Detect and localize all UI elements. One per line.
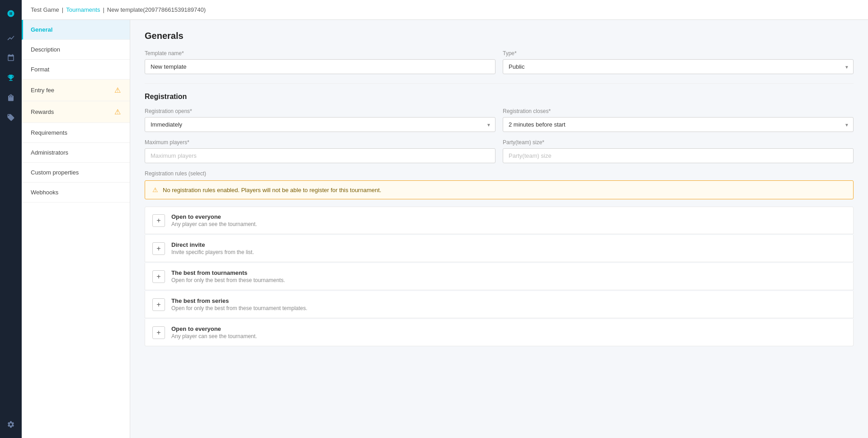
rule-info-open-everyone-2: Open to everyone Any player can see the …: [171, 325, 257, 339]
sidebar-label-general: General: [31, 26, 52, 33]
sidebar-label-description: Description: [31, 46, 60, 53]
sidebar-item-rewards[interactable]: Rewards ⚠: [22, 101, 130, 123]
party-size-label: Party(team) size*: [503, 139, 854, 146]
rule-desc-direct-invite: Invite specific players from the list.: [171, 249, 254, 255]
sidebar-label-requirements: Requirements: [31, 129, 67, 136]
rule-desc-open-everyone-2: Any player can see the tournament.: [171, 333, 257, 339]
sidebar-label-administrators: Administrators: [31, 149, 68, 156]
sidebar-item-custom-properties[interactable]: Custom properties: [22, 163, 130, 183]
rule-add-btn-open-everyone-1[interactable]: +: [152, 214, 165, 227]
generals-row-1: Template name* Type* Public Private Invi…: [145, 50, 854, 74]
party-size-group: Party(team) size*: [503, 139, 854, 163]
sidebar-label-custom-properties: Custom properties: [31, 169, 79, 176]
rule-add-btn-open-everyone-2[interactable]: +: [152, 326, 165, 339]
registration-opens-row: Registration opens* Immediately 1 hour b…: [145, 108, 854, 132]
breadcrumb-sep2: |: [103, 6, 104, 13]
rule-title-best-series: The best from series: [171, 297, 307, 304]
rule-title-direct-invite: Direct invite: [171, 241, 254, 248]
sidebar-label-webhooks: Webhooks: [31, 189, 58, 196]
reg-closes-label: Registration closes*: [503, 108, 854, 114]
nav-tag[interactable]: [2, 108, 20, 127]
logo: [2, 5, 20, 23]
rule-add-btn-best-tournaments[interactable]: +: [152, 270, 165, 283]
breadcrumb-tournaments[interactable]: Tournaments: [66, 6, 100, 13]
rule-item-best-tournaments: + The best from tournaments Open for onl…: [145, 263, 854, 290]
main-wrapper: Test Game | Tournaments | New template(2…: [22, 0, 868, 438]
sidebar-label-entry-fee: Entry fee: [31, 87, 54, 94]
divider-1: [145, 83, 854, 84]
sidebar-item-description[interactable]: Description: [22, 40, 130, 60]
warning-banner-icon: ⚠: [152, 186, 158, 193]
reg-opens-group: Registration opens* Immediately 1 hour b…: [145, 108, 495, 132]
sidebar-item-administrators[interactable]: Administrators: [22, 143, 130, 163]
generals-heading: Generals: [145, 31, 854, 41]
rule-desc-best-tournaments: Open for only the best from these tourna…: [171, 277, 285, 283]
reg-opens-label: Registration opens*: [145, 108, 495, 114]
registration-heading: Registration: [145, 93, 854, 101]
reg-opens-select-wrapper: Immediately 1 hour before start 24 hours…: [145, 117, 495, 132]
rule-title-best-tournaments: The best from tournaments: [171, 269, 285, 276]
rule-item-open-everyone-1: + Open to everyone Any player can see th…: [145, 207, 854, 234]
template-name-group: Template name*: [145, 50, 495, 74]
reg-closes-group: Registration closes* 2 minutes before st…: [503, 108, 854, 132]
no-rules-warning: ⚠ No registration rules enabled. Players…: [145, 180, 854, 199]
breadcrumb-sep1: |: [62, 6, 63, 13]
reg-rules-label: Registration rules (select): [145, 170, 854, 177]
rule-info-direct-invite: Direct invite Invite specific players fr…: [171, 241, 254, 255]
nav-analytics[interactable]: [2, 29, 20, 47]
nav-tournaments[interactable]: [2, 69, 20, 87]
reg-closes-select-wrapper: 2 minutes before start 5 minutes before …: [503, 117, 854, 132]
reg-opens-select[interactable]: Immediately 1 hour before start 24 hours…: [145, 117, 495, 132]
nav-settings[interactable]: [2, 415, 20, 433]
max-players-group: Maximum players*: [145, 139, 495, 163]
type-group: Type* Public Private Invite only: [503, 50, 854, 74]
sidebar-item-entry-fee[interactable]: Entry fee ⚠: [22, 80, 130, 101]
players-row: Maximum players* Party(team) size*: [145, 139, 854, 163]
warning-banner-text: No registration rules enabled. Players w…: [163, 187, 381, 193]
reg-closes-select[interactable]: 2 minutes before start 5 minutes before …: [503, 117, 854, 132]
sidebar-label-rewards: Rewards: [31, 108, 54, 115]
warning-icon-rewards: ⚠: [114, 108, 121, 116]
breadcrumb-game: Test Game: [31, 6, 59, 13]
template-name-input[interactable]: [145, 59, 495, 74]
rule-desc-best-series: Open for only the best from these tourna…: [171, 305, 307, 311]
rule-info-best-tournaments: The best from tournaments Open for only …: [171, 269, 285, 283]
rule-list: + Open to everyone Any player can see th…: [145, 207, 854, 346]
icon-nav: [0, 0, 22, 438]
warning-icon-entry-fee: ⚠: [114, 86, 121, 94]
template-name-label: Template name*: [145, 50, 495, 57]
max-players-input[interactable]: [145, 148, 495, 163]
rule-add-btn-direct-invite[interactable]: +: [152, 242, 165, 255]
main-panel: Generals Template name* Type* Public Pri…: [130, 20, 868, 438]
sidebar-item-requirements[interactable]: Requirements: [22, 123, 130, 143]
rule-add-btn-best-series[interactable]: +: [152, 298, 165, 311]
sidebar-item-format[interactable]: Format: [22, 60, 130, 80]
rule-title-open-everyone-1: Open to everyone: [171, 213, 257, 220]
sidebar-label-format: Format: [31, 66, 49, 73]
rule-item-best-series: + The best from series Open for only the…: [145, 291, 854, 318]
topbar: Test Game | Tournaments | New template(2…: [22, 0, 868, 20]
max-players-label: Maximum players*: [145, 139, 495, 146]
nav-shop[interactable]: [2, 89, 20, 107]
type-select[interactable]: Public Private Invite only: [503, 59, 854, 74]
rule-title-open-everyone-2: Open to everyone: [171, 325, 257, 332]
rule-item-direct-invite: + Direct invite Invite specific players …: [145, 235, 854, 262]
content-area: General Description Format Entry fee ⚠ R…: [22, 20, 868, 438]
breadcrumb-current: New template(209778661539189740): [107, 6, 206, 13]
nav-calendar[interactable]: [2, 49, 20, 67]
rule-info-best-series: The best from series Open for only the b…: [171, 297, 307, 311]
sidebar-item-general[interactable]: General: [22, 20, 130, 40]
type-select-wrapper: Public Private Invite only: [503, 59, 854, 74]
sidebar: General Description Format Entry fee ⚠ R…: [22, 20, 130, 438]
rule-desc-open-everyone-1: Any player can see the tournament.: [171, 221, 257, 227]
type-label: Type*: [503, 50, 854, 57]
rule-info-open-everyone-1: Open to everyone Any player can see the …: [171, 213, 257, 227]
sidebar-item-webhooks[interactable]: Webhooks: [22, 183, 130, 203]
rule-item-open-everyone-2: + Open to everyone Any player can see th…: [145, 319, 854, 346]
party-size-input[interactable]: [503, 148, 854, 163]
